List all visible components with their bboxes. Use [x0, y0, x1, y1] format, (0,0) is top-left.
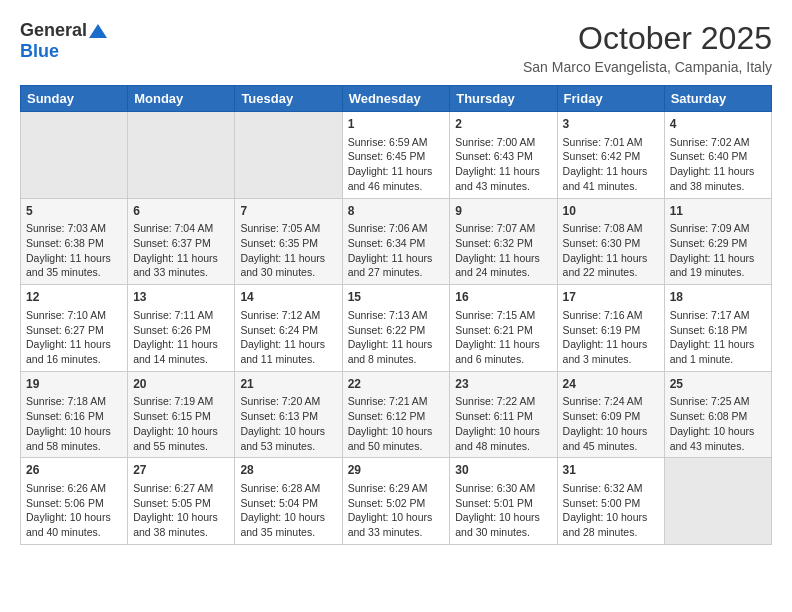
- day-content: Sunrise: 7:15 AM: [455, 308, 551, 323]
- day-content: Sunrise: 7:22 AM: [455, 394, 551, 409]
- calendar-cell: 21Sunrise: 7:20 AMSunset: 6:13 PMDayligh…: [235, 371, 342, 458]
- day-content: Sunrise: 6:27 AM: [133, 481, 229, 496]
- day-content: and 19 minutes.: [670, 265, 766, 280]
- day-content: Daylight: 11 hours: [563, 337, 659, 352]
- day-content: Sunrise: 7:04 AM: [133, 221, 229, 236]
- day-content: Daylight: 11 hours: [563, 251, 659, 266]
- day-content: Daylight: 10 hours: [455, 424, 551, 439]
- day-content: Sunset: 6:12 PM: [348, 409, 445, 424]
- day-content: Sunset: 6:43 PM: [455, 149, 551, 164]
- day-number: 17: [563, 289, 659, 306]
- day-content: Sunset: 5:04 PM: [240, 496, 336, 511]
- day-number: 12: [26, 289, 122, 306]
- day-number: 21: [240, 376, 336, 393]
- calendar-cell: 19Sunrise: 7:18 AMSunset: 6:16 PMDayligh…: [21, 371, 128, 458]
- day-number: 2: [455, 116, 551, 133]
- day-content: and 33 minutes.: [133, 265, 229, 280]
- day-content: Sunrise: 6:28 AM: [240, 481, 336, 496]
- day-content: and 45 minutes.: [563, 439, 659, 454]
- day-content: Sunset: 5:01 PM: [455, 496, 551, 511]
- day-content: Sunset: 6:32 PM: [455, 236, 551, 251]
- day-content: Sunset: 6:21 PM: [455, 323, 551, 338]
- calendar-cell: [235, 112, 342, 199]
- day-content: Sunrise: 7:02 AM: [670, 135, 766, 150]
- day-content: and 48 minutes.: [455, 439, 551, 454]
- day-number: 31: [563, 462, 659, 479]
- day-content: Daylight: 10 hours: [670, 424, 766, 439]
- day-number: 26: [26, 462, 122, 479]
- calendar-cell: 10Sunrise: 7:08 AMSunset: 6:30 PMDayligh…: [557, 198, 664, 285]
- day-number: 18: [670, 289, 766, 306]
- day-content: Sunrise: 7:25 AM: [670, 394, 766, 409]
- day-content: Sunrise: 6:29 AM: [348, 481, 445, 496]
- day-content: Daylight: 11 hours: [240, 337, 336, 352]
- calendar-header-row: Sunday Monday Tuesday Wednesday Thursday…: [21, 86, 772, 112]
- calendar-cell: 18Sunrise: 7:17 AMSunset: 6:18 PMDayligh…: [664, 285, 771, 372]
- svg-marker-0: [89, 24, 107, 38]
- calendar-cell: [21, 112, 128, 199]
- day-number: 5: [26, 203, 122, 220]
- location: San Marco Evangelista, Campania, Italy: [523, 59, 772, 75]
- day-content: Sunrise: 7:01 AM: [563, 135, 659, 150]
- header-monday: Monday: [128, 86, 235, 112]
- day-content: Sunset: 6:22 PM: [348, 323, 445, 338]
- day-content: Sunrise: 7:07 AM: [455, 221, 551, 236]
- day-content: Sunset: 6:38 PM: [26, 236, 122, 251]
- day-content: and 35 minutes.: [26, 265, 122, 280]
- day-content: Daylight: 11 hours: [26, 337, 122, 352]
- title-section: October 2025 San Marco Evangelista, Camp…: [523, 20, 772, 75]
- day-content: Sunrise: 7:00 AM: [455, 135, 551, 150]
- calendar-week-2: 5Sunrise: 7:03 AMSunset: 6:38 PMDaylight…: [21, 198, 772, 285]
- day-content: Daylight: 11 hours: [348, 251, 445, 266]
- calendar-cell: 25Sunrise: 7:25 AMSunset: 6:08 PMDayligh…: [664, 371, 771, 458]
- day-number: 11: [670, 203, 766, 220]
- day-content: Sunset: 6:26 PM: [133, 323, 229, 338]
- day-number: 4: [670, 116, 766, 133]
- day-content: Daylight: 10 hours: [240, 510, 336, 525]
- day-content: Daylight: 10 hours: [348, 424, 445, 439]
- day-content: Daylight: 11 hours: [455, 337, 551, 352]
- day-content: Daylight: 10 hours: [26, 424, 122, 439]
- day-number: 19: [26, 376, 122, 393]
- calendar-cell: 4Sunrise: 7:02 AMSunset: 6:40 PMDaylight…: [664, 112, 771, 199]
- day-content: and 28 minutes.: [563, 525, 659, 540]
- day-content: Daylight: 10 hours: [563, 424, 659, 439]
- day-content: Sunrise: 7:13 AM: [348, 308, 445, 323]
- day-number: 25: [670, 376, 766, 393]
- day-content: Sunset: 6:18 PM: [670, 323, 766, 338]
- day-content: Daylight: 11 hours: [348, 164, 445, 179]
- page-header: General Blue October 2025 San Marco Evan…: [20, 20, 772, 75]
- day-content: and 6 minutes.: [455, 352, 551, 367]
- day-content: Sunset: 6:13 PM: [240, 409, 336, 424]
- day-content: and 1 minute.: [670, 352, 766, 367]
- day-number: 6: [133, 203, 229, 220]
- day-content: and 50 minutes.: [348, 439, 445, 454]
- calendar-week-1: 1Sunrise: 6:59 AMSunset: 6:45 PMDaylight…: [21, 112, 772, 199]
- day-content: Sunrise: 6:30 AM: [455, 481, 551, 496]
- calendar-week-4: 19Sunrise: 7:18 AMSunset: 6:16 PMDayligh…: [21, 371, 772, 458]
- day-content: Daylight: 11 hours: [26, 251, 122, 266]
- day-content: Sunrise: 7:05 AM: [240, 221, 336, 236]
- logo-general: General: [20, 20, 87, 41]
- day-content: Sunset: 5:02 PM: [348, 496, 445, 511]
- day-content: and 22 minutes.: [563, 265, 659, 280]
- day-number: 22: [348, 376, 445, 393]
- day-content: Sunset: 6:42 PM: [563, 149, 659, 164]
- day-content: Sunrise: 7:08 AM: [563, 221, 659, 236]
- header-thursday: Thursday: [450, 86, 557, 112]
- day-content: and 27 minutes.: [348, 265, 445, 280]
- calendar-cell: 5Sunrise: 7:03 AMSunset: 6:38 PMDaylight…: [21, 198, 128, 285]
- day-content: Daylight: 11 hours: [563, 164, 659, 179]
- day-content: Sunset: 5:05 PM: [133, 496, 229, 511]
- day-content: Sunrise: 7:12 AM: [240, 308, 336, 323]
- day-content: and 58 minutes.: [26, 439, 122, 454]
- day-content: Sunset: 5:00 PM: [563, 496, 659, 511]
- day-content: Sunrise: 7:20 AM: [240, 394, 336, 409]
- day-number: 20: [133, 376, 229, 393]
- day-content: Sunset: 6:24 PM: [240, 323, 336, 338]
- day-number: 3: [563, 116, 659, 133]
- day-content: and 16 minutes.: [26, 352, 122, 367]
- calendar-cell: 7Sunrise: 7:05 AMSunset: 6:35 PMDaylight…: [235, 198, 342, 285]
- day-content: Sunrise: 7:16 AM: [563, 308, 659, 323]
- day-content: Sunrise: 7:10 AM: [26, 308, 122, 323]
